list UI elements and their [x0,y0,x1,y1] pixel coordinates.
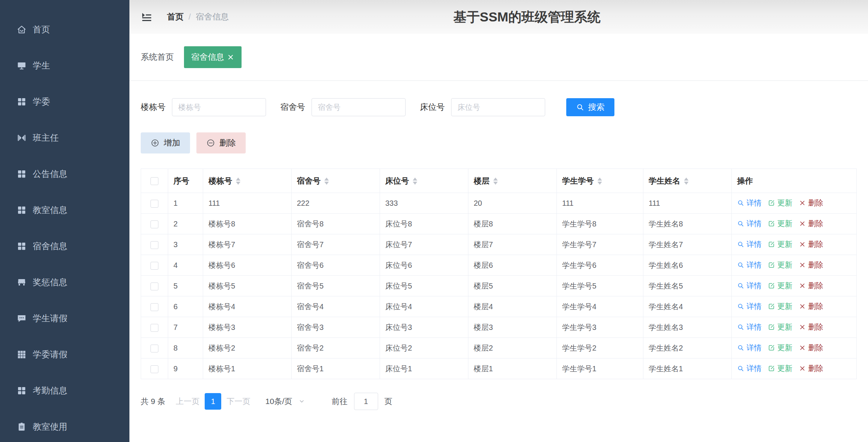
detail-link[interactable]: 详情 [737,198,762,208]
row-checkbox[interactable] [150,324,158,332]
detail-link[interactable]: 详情 [737,363,762,374]
column-label: 序号 [173,176,189,185]
grid-icon [17,205,27,215]
delete-link[interactable]: 删除 [799,301,823,311]
detail-link[interactable]: 详情 [737,219,762,229]
detail-link[interactable]: 详情 [737,301,762,311]
table-cell: 宿舍号8 [292,214,380,234]
table-cell: 2 [168,214,203,234]
column-header[interactable]: 学生姓名 [643,169,732,193]
sidebar-item-6[interactable]: 教室信息 [0,192,129,228]
row-checkbox[interactable] [150,200,158,208]
row-actions-cell: 详情更新删除 [732,234,857,255]
search-field-dorm: 宿舍号 [280,98,406,116]
collapse-menu-icon[interactable] [141,11,153,23]
prev-page-button[interactable]: 上一页 [176,396,199,407]
table-cell: 楼层5 [468,276,557,296]
sidebar-item-5[interactable]: 公告信息 [0,156,129,192]
row-checkbox[interactable] [150,345,158,352]
update-link[interactable]: 更新 [768,301,792,311]
dorm-number-input[interactable] [312,98,406,116]
search-button[interactable]: 搜索 [566,98,614,116]
sidebar-item-10[interactable]: 学委请假 [0,336,129,372]
detail-link[interactable]: 详情 [737,343,762,353]
column-header[interactable]: 学生学号 [557,169,643,193]
detail-link[interactable]: 详情 [737,322,762,332]
update-link[interactable]: 更新 [768,239,792,249]
delete-link[interactable]: 删除 [799,260,823,270]
row-checkbox[interactable] [150,241,158,249]
delete-link[interactable]: 删除 [799,343,823,353]
column-label: 床位号 [385,176,409,185]
table-cell: 楼层3 [468,317,557,338]
detail-link[interactable]: 详情 [737,260,762,270]
row-checkbox[interactable] [150,283,158,290]
sidebar-item-3[interactable]: 学委 [0,84,129,120]
delete-button[interactable]: 删除 [196,132,246,153]
delete-link[interactable]: 删除 [799,322,823,332]
sidebar-item-8[interactable]: 奖惩信息 [0,264,129,300]
current-page-button[interactable]: 1 [205,393,221,410]
sidebar-item-2[interactable]: 学生 [0,47,129,84]
update-link[interactable]: 更新 [768,198,792,208]
delete-link[interactable]: 删除 [799,281,823,291]
sidebar-item-1[interactable]: 首页 [0,11,129,47]
table-cell: 楼栋号6 [203,255,292,276]
table-cell: 学生姓名1 [643,358,732,379]
row-select-cell [141,358,168,379]
sort-carets-icon[interactable] [324,178,329,185]
page-size-select[interactable]: 10条/页 [265,396,305,407]
delete-link[interactable]: 删除 [799,363,823,374]
row-checkbox[interactable] [150,220,158,228]
table-cell: 9 [168,358,203,379]
row-checkbox[interactable] [150,365,158,373]
sort-carets-icon[interactable] [684,178,689,185]
goto-page-input[interactable] [354,393,378,410]
sort-carets-icon[interactable] [597,178,602,185]
update-link[interactable]: 更新 [768,260,792,270]
circle-plus-icon [150,138,160,147]
detail-link[interactable]: 详情 [737,281,762,291]
update-link[interactable]: 更新 [768,219,792,229]
sidebar-item-7[interactable]: 宿舍信息 [0,228,129,264]
tab-system-home[interactable]: 系统首页 [141,52,174,63]
select-all-checkbox[interactable] [150,177,158,185]
column-header[interactable]: 楼层 [468,169,557,193]
detail-link[interactable]: 详情 [737,239,762,249]
sidebar-item-12[interactable]: 教室使用 [0,409,129,442]
row-select-cell [141,338,168,358]
update-link[interactable]: 更新 [768,281,792,291]
table-cell: 学生学号8 [557,214,643,234]
building-number-input[interactable] [172,98,266,116]
notebook-icon [17,422,27,432]
sidebar-item-4[interactable]: 班主任 [0,120,129,156]
delete-link[interactable]: 删除 [799,198,823,208]
update-link[interactable]: 更新 [768,363,792,374]
row-checkbox[interactable] [150,262,158,270]
sort-carets-icon[interactable] [236,178,240,185]
close-icon [799,344,806,351]
row-select-cell [141,296,168,317]
row-checkbox[interactable] [150,303,158,311]
close-tab-icon[interactable] [227,53,234,61]
sidebar-item-11[interactable]: 考勤信息 [0,372,129,409]
grid-icon [17,169,27,179]
column-header[interactable]: 床位号 [380,169,468,193]
table-cell: 床位号1 [380,358,468,379]
delete-link[interactable]: 删除 [799,239,823,249]
table-body: 111122233320111111详情更新删除2楼栋号8宿舍号8床位号8楼层8… [141,193,857,379]
update-link[interactable]: 更新 [768,322,792,332]
sidebar-item-9[interactable]: 学生请假 [0,300,129,336]
bed-number-input[interactable] [451,98,545,116]
next-page-button[interactable]: 下一页 [227,396,250,407]
column-header[interactable]: 宿舍号 [292,169,380,193]
sort-carets-icon[interactable] [493,178,498,185]
sort-carets-icon[interactable] [413,178,417,185]
column-header[interactable]: 楼栋号 [203,169,292,193]
table-cell: 1 [168,193,203,214]
tab-dorm-info[interactable]: 宿舍信息 [184,46,242,68]
update-link[interactable]: 更新 [768,343,792,353]
add-button[interactable]: 增加 [141,132,190,153]
delete-link[interactable]: 删除 [799,219,823,229]
breadcrumb-home[interactable]: 首页 [167,11,184,23]
